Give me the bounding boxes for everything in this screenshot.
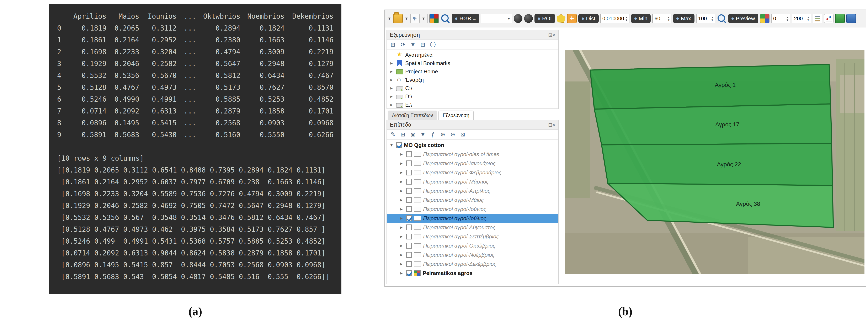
float-panel-icon[interactable]: ⊡ — [548, 122, 552, 128]
layer-row[interactable]: ▸Πειραματικοί αγροί-Ιούνιος — [387, 205, 558, 214]
browser-item[interactable]: ▸Project Home — [387, 67, 558, 76]
expander-icon[interactable]: ▸ — [399, 215, 404, 221]
browser-item[interactable]: ▸Spatial Bookmarks — [387, 59, 558, 67]
classification-preview-icon[interactable] — [760, 14, 770, 23]
roi-max-width-spinbox[interactable]: 100▴▾ — [696, 14, 715, 23]
layer-row[interactable]: ▸Πειραματικοί αγροί-Σεπτέμβριος — [387, 232, 558, 241]
layer-checkbox[interactable] — [406, 206, 412, 212]
activate-roi-pointer-button[interactable]: + — [567, 14, 577, 23]
scp-dock-caret-icon[interactable]: ▾ — [388, 16, 392, 21]
layer-checkbox[interactable] — [406, 261, 412, 267]
close-panel-icon[interactable]: × — [552, 122, 555, 128]
expander-icon[interactable]: ▸ — [399, 151, 404, 157]
map-canvas[interactable]: Αγρός 1Αγρός 17Αγρός 22Αγρός 38 — [565, 50, 865, 274]
spin-arrows[interactable]: ▴▾ — [808, 16, 809, 21]
layer-checkbox[interactable] — [406, 252, 412, 258]
expander-icon[interactable]: ▸ — [399, 161, 404, 166]
browser-item[interactable]: Αγαπημένα — [387, 51, 558, 59]
rgb-band-combo[interactable]: ▾ — [481, 14, 512, 23]
spin-arrows[interactable]: ▴▾ — [668, 16, 670, 21]
spin-down-icon[interactable]: ▾ — [668, 19, 670, 21]
spin-arrows[interactable]: ▴▾ — [787, 16, 788, 21]
create-roi-polygon-icon[interactable] — [557, 14, 565, 23]
layer-row[interactable]: ▸Πειραματικοί αγροί-Δεκέμβριος — [387, 259, 558, 268]
tab-browser[interactable]: Εξερεύνηση — [438, 111, 473, 120]
layer-checkbox[interactable] — [406, 243, 412, 248]
layer-row[interactable]: ▸Πειραματικοί αγροί-Νοέμβριος — [387, 250, 558, 259]
roi-min-size-spinbox[interactable]: 60▴▾ — [652, 14, 672, 23]
browser-item[interactable]: ▸C:\ — [387, 84, 558, 92]
layer-row[interactable]: ▸Peiramatikos agros — [387, 268, 558, 278]
refresh-browser-icon[interactable]: ⟳ — [399, 41, 406, 48]
spin-down-icon[interactable]: ▾ — [787, 19, 788, 21]
expander-icon[interactable]: ▸ — [399, 206, 404, 212]
layer-checkbox[interactable] — [406, 234, 412, 239]
layer-checkbox[interactable] — [406, 215, 412, 221]
expander-icon[interactable]: ▸ — [399, 252, 404, 258]
spin-down-icon[interactable]: ▾ — [626, 19, 627, 21]
expander-icon[interactable]: ▸ — [389, 60, 394, 66]
bandset-icon[interactable] — [429, 14, 439, 23]
layer-row[interactable]: ▸Πειραματικοί αγροί-Ιούλιος — [387, 214, 558, 223]
layer-group-row[interactable]: ▾MO Qgis cotton — [387, 141, 558, 150]
add-layer-icon[interactable]: ⊞ — [390, 41, 397, 48]
expander-icon[interactable]: ▸ — [399, 261, 404, 267]
expander-icon[interactable]: ▸ — [399, 197, 404, 203]
preview-size-spinbox[interactable]: 200▴▾ — [792, 14, 811, 23]
remove-layer-icon[interactable]: ⊠ — [459, 131, 466, 138]
collapse-all-icon[interactable]: ⊟ — [420, 41, 426, 48]
stddev-stretch-icon[interactable] — [524, 14, 533, 23]
tab-layer-order[interactable]: Διάταξη Επιπέδων — [388, 111, 437, 120]
spin-arrows[interactable]: ▴▾ — [626, 16, 627, 21]
expander-icon[interactable]: ▾ — [389, 142, 394, 148]
layer-checkbox[interactable] — [406, 179, 412, 184]
zoom-to-preview-icon[interactable] — [717, 14, 726, 23]
expander-icon[interactable]: ▸ — [389, 77, 394, 83]
open-layer-styling-icon[interactable]: ✎ — [390, 131, 397, 138]
layer-row[interactable]: ▸Πειραματικοί αγροί-oles oi times — [387, 150, 558, 159]
expander-icon[interactable]: ▸ — [399, 179, 404, 184]
spin-arrows[interactable]: ▴▾ — [712, 16, 713, 21]
expander-icon[interactable]: ▸ — [399, 243, 404, 248]
roi-distance-spinbox[interactable]: 0,010000▴▾ — [600, 14, 629, 23]
layer-checkbox[interactable] — [406, 188, 412, 194]
layer-row[interactable]: ▸Πειραματικοί αγροί-Μάιος — [387, 195, 558, 205]
expander-icon[interactable]: ▸ — [399, 170, 404, 175]
spin-down-icon[interactable]: ▾ — [712, 19, 713, 21]
layer-checkbox[interactable] — [406, 225, 412, 230]
layer-row[interactable]: ▸Πειραματικοί αγροί-Αύγουστος — [387, 223, 558, 232]
layer-checkbox[interactable] — [406, 170, 412, 175]
expander-icon[interactable]: ▸ — [399, 225, 404, 230]
filter-browser-icon[interactable]: ▼ — [409, 41, 416, 48]
layer-row[interactable]: ▸Πειραματικοί αγροί-Οκτώβριος — [387, 241, 558, 250]
expand-all-icon[interactable]: ⊕ — [439, 131, 446, 138]
filter-expression-icon[interactable]: ƒ — [429, 131, 436, 138]
properties-widget-icon[interactable]: ⓘ — [429, 41, 436, 48]
expander-icon[interactable]: ▸ — [399, 234, 404, 239]
batch-tools-icon[interactable] — [835, 14, 845, 23]
open-bandset-icon[interactable] — [393, 14, 403, 23]
layer-checkbox[interactable] — [406, 197, 412, 203]
expander-icon[interactable]: ▸ — [389, 94, 394, 99]
filter-legend-icon[interactable]: ▼ — [420, 131, 426, 138]
layer-checkbox[interactable] — [396, 142, 402, 148]
layer-checkbox[interactable] — [406, 270, 412, 276]
spectral-plot-icon[interactable] — [824, 14, 834, 23]
expander-icon[interactable]: ▸ — [399, 188, 404, 194]
browser-item[interactable]: ▸Έναρξη — [387, 76, 558, 84]
layer-checkbox[interactable] — [406, 160, 412, 166]
manage-map-themes-icon[interactable]: ◉ — [409, 131, 416, 138]
layer-row[interactable]: ▸Πειραματικοί αγροί-Απρίλιος — [387, 186, 558, 195]
expander-icon[interactable]: ▸ — [399, 270, 404, 276]
close-panel-icon[interactable]: × — [552, 32, 555, 38]
expander-icon[interactable]: ▸ — [389, 85, 394, 91]
band-stack-icon[interactable] — [813, 14, 822, 23]
cumulative-stretch-icon[interactable] — [514, 14, 522, 23]
preview-transparency-spinbox[interactable]: 0▴▾ — [771, 14, 790, 23]
expander-icon[interactable]: ▸ — [389, 102, 394, 108]
edit-tool-icon[interactable] — [410, 14, 420, 23]
edit-tool-caret-icon[interactable]: ▾ — [422, 16, 426, 21]
collapse-all-icon[interactable]: ⊖ — [449, 131, 456, 138]
float-panel-icon[interactable]: ⊡ — [548, 32, 552, 38]
zoom-to-bandset-icon[interactable] — [440, 14, 450, 23]
